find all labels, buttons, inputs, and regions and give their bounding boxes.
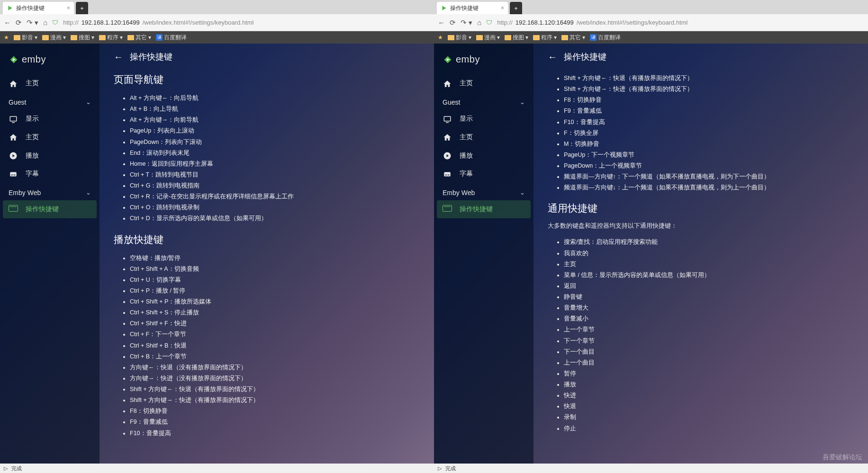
sidebar-section-web[interactable]: Emby Web ⌄ (0, 183, 99, 200)
browser-tab[interactable]: 操作快捷键 × (437, 2, 508, 14)
address-input[interactable]: http://192.168.1.120:16499/web/index.htm… (497, 19, 864, 26)
sidebar-item-shortcuts[interactable]: 操作快捷键 (3, 200, 97, 218)
list-item: Ctrl + Shift + A：切换音频 (130, 264, 420, 275)
status-text: 完成 (11, 465, 22, 472)
tab-title: 操作快捷键 (450, 4, 479, 12)
list-item: Ctrl + Shift + S：停止播放 (130, 307, 420, 318)
list-item: F8：切换静音 (130, 406, 420, 417)
bookmark-folder[interactable]: 搜图 ▾ (71, 34, 94, 41)
back-icon[interactable]: ← (438, 18, 445, 27)
tab-bar: 操作快捷键 × + (434, 0, 868, 14)
bookmark-folder[interactable]: 影音 ▾ (448, 34, 471, 41)
list-item: Ctrl + F：下一个章节 (130, 329, 420, 340)
svg-marker-10 (443, 6, 446, 10)
shortcut-list: Shift + 方向键←：快退（有播放界面的情况下）Shift + 方向键→：快… (548, 73, 854, 193)
list-item: 主页 (564, 259, 854, 270)
list-item: M：切换静音 (564, 139, 854, 150)
list-item: Ctrl + T：跳转到电视节目 (130, 170, 420, 180)
section-title: 播放快捷键 (114, 233, 420, 246)
home-icon[interactable]: ⌂ (477, 18, 481, 27)
display-icon (443, 115, 452, 124)
bookmark-folder[interactable]: 漫画 ▾ (42, 34, 66, 41)
keyboard-icon (9, 205, 18, 214)
watermark: 吾爱破解论坛 (823, 453, 862, 462)
app-area: emby 主页 Guest ⌄ 显示 主页 (0, 44, 434, 473)
sidebar-item-subtitle[interactable]: 字幕 (434, 165, 533, 183)
sidebar-item-display[interactable]: 显示 (434, 110, 533, 128)
section-title: 页面导航键 (114, 73, 420, 86)
new-tab-button[interactable]: + (76, 2, 88, 14)
status-play-icon[interactable]: ▷ (438, 465, 442, 472)
bookmarks-bar: ★ 影音 ▾ 漫画 ▾ 搜图 ▾ 程序 ▾ 其它 ▾ 译百度翻译 (0, 31, 434, 44)
content-right: ← 操作快捷键 Shift + 方向键←：快退（有播放界面的情况下）Shift … (533, 44, 868, 473)
sidebar-item-home2[interactable]: 主页 (0, 128, 99, 147)
back-icon[interactable]: ← (548, 52, 557, 62)
subtitle-icon (9, 170, 18, 178)
star-icon[interactable]: ★ (4, 34, 9, 41)
list-item: 静音键 (564, 292, 854, 303)
tab-bar: 操作快捷键 × + (0, 0, 434, 14)
bookmark-folder[interactable]: 漫画 ▾ (476, 34, 500, 41)
bookmark-folder[interactable]: 搜图 ▾ (505, 34, 528, 41)
bookmark-folder[interactable]: 其它 ▾ (561, 34, 585, 41)
list-item: 频道界面—方向键↓：上一个频道（如果不播放直播电视，则为上一个曲目） (564, 182, 854, 193)
emby-logo[interactable]: emby (0, 50, 99, 74)
sidebar-item-play[interactable]: 播放 (434, 146, 533, 165)
play-icon (443, 151, 452, 160)
back-icon[interactable]: ← (114, 52, 123, 62)
sidebar: emby 主页 Guest ⌄ 显示 主页 (434, 44, 533, 473)
sidebar-item-display[interactable]: 显示 (0, 110, 99, 128)
sidebar-section-web[interactable]: Emby Web ⌄ (434, 183, 533, 200)
sidebar-item-home[interactable]: 主页 (434, 74, 533, 93)
bookmark-link[interactable]: 译百度翻译 (156, 34, 187, 41)
tab-close-icon[interactable]: × (501, 5, 504, 11)
status-bar: ▷ 完成 (434, 464, 868, 473)
bookmark-folder[interactable]: 影音 ▾ (14, 34, 37, 41)
bookmark-folder[interactable]: 程序 ▾ (533, 34, 557, 41)
reload-icon[interactable]: ⟳ (450, 18, 456, 27)
new-tab-button[interactable]: + (510, 2, 522, 14)
sidebar-item-play[interactable]: 播放 (0, 146, 99, 165)
list-item: 播放 (564, 379, 854, 390)
list-item: 空格键：播放/暂停 (130, 253, 420, 264)
list-item: Ctrl + G：跳转到电视指南 (130, 180, 420, 191)
list-item: F：切换全屏 (564, 128, 854, 139)
sidebar-item-subtitle[interactable]: 字幕 (0, 165, 99, 183)
sidebar-item-shortcuts[interactable]: 操作快捷键 (437, 200, 531, 218)
svg-rect-9 (14, 175, 16, 176)
bookmark-link[interactable]: 译百度翻译 (590, 34, 621, 41)
list-item: 菜单 / 信息：显示所选内容的菜单或信息（如果可用） (564, 270, 854, 281)
status-play-icon[interactable]: ▷ (4, 465, 8, 472)
list-item: Home：返回到应用程序主屏幕 (130, 159, 420, 170)
reload-icon[interactable]: ⟳ (16, 18, 22, 27)
browser-tab[interactable]: 操作快捷键 × (3, 2, 74, 14)
list-item: Alt + B：向上导航 (130, 104, 420, 115)
tab-favicon-icon (7, 5, 13, 11)
tab-close-icon[interactable]: × (67, 5, 70, 11)
sidebar-section-guest[interactable]: Guest ⌄ (434, 93, 533, 110)
list-item: Shift + 方向键←：快退（有播放界面的情况下） (564, 73, 854, 84)
list-item: 上一个曲目 (564, 357, 854, 368)
content-left: ← 操作快捷键 页面导航键 Alt + 方向键←：向后导航Alt + B：向上导… (99, 44, 434, 473)
sidebar-item-home[interactable]: 主页 (0, 74, 99, 93)
star-icon[interactable]: ★ (438, 34, 443, 41)
emby-logo-icon (443, 54, 453, 65)
bookmark-folder[interactable]: 其它 ▾ (127, 34, 151, 41)
sidebar-section-guest[interactable]: Guest ⌄ (0, 93, 99, 110)
back-icon[interactable]: ← (4, 18, 11, 27)
forward-dropdown-icon[interactable]: ↷ ▾ (27, 18, 38, 27)
emby-logo[interactable]: emby (434, 50, 533, 74)
list-item: PageDown：上一个视频章节 (564, 161, 854, 171)
chevron-down-icon: ⌄ (520, 189, 525, 196)
list-item: PageUp：列表向上滚动 (130, 125, 420, 136)
home-icon[interactable]: ⌂ (43, 18, 47, 27)
list-item: F8：切换静音 (564, 95, 854, 106)
lock-icon: 🛡 (52, 19, 58, 26)
sidebar-item-home2[interactable]: 主页 (434, 128, 533, 147)
forward-dropdown-icon[interactable]: ↷ ▾ (461, 18, 472, 27)
list-item: 下一个曲目 (564, 347, 854, 357)
address-input[interactable]: http://192.168.1.120:16499/web/index.htm… (63, 19, 430, 26)
list-item: 我喜欢的 (564, 248, 854, 259)
bookmark-folder[interactable]: 程序 ▾ (99, 34, 123, 41)
list-item: 返回 (564, 281, 854, 292)
